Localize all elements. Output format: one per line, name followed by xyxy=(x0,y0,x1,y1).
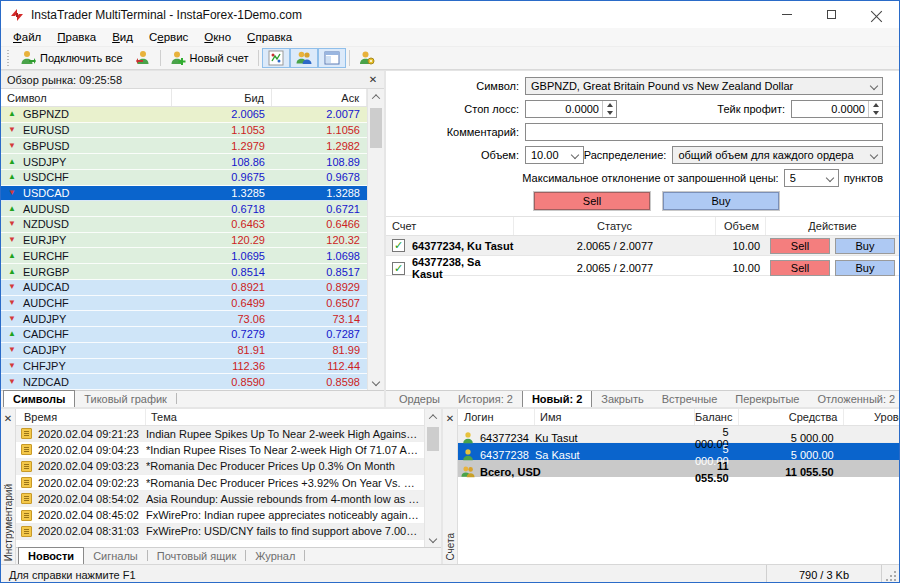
chevron-down-icon[interactable] xyxy=(567,147,583,163)
maximize-button[interactable] xyxy=(809,1,854,28)
toolbox-tab[interactable]: Журнал xyxy=(246,549,304,564)
column-symbol[interactable]: Символ xyxy=(1,89,172,106)
column-volume[interactable]: Объем xyxy=(716,217,766,235)
orders-tab[interactable]: Перекрытые xyxy=(726,392,808,407)
market-row[interactable]: ▼NZDUSD0.64630.6466 xyxy=(1,217,367,233)
distribution-select[interactable]: общий объем для каждого ордера xyxy=(672,146,883,164)
market-scrollbar[interactable] xyxy=(367,107,384,390)
toolbox-tab[interactable]: Сигналы xyxy=(84,549,147,564)
comment-input[interactable] xyxy=(525,123,883,141)
market-row[interactable]: ▲CADCHF0.72790.7287 xyxy=(1,327,367,343)
stepper-buttons[interactable] xyxy=(602,101,616,117)
scroll-thumb[interactable] xyxy=(427,427,439,451)
accounts-toggle[interactable] xyxy=(290,48,318,68)
market-watch-close-icon[interactable]: ✕ xyxy=(366,73,380,87)
scroll-up-icon[interactable] xyxy=(368,89,384,105)
market-row[interactable]: ▼AUDCHF0.64990.6507 xyxy=(1,296,367,312)
scroll-down-icon[interactable] xyxy=(425,531,441,547)
menu-item[interactable]: Файл xyxy=(5,29,49,45)
account-checkbox[interactable]: ✓ xyxy=(392,262,405,275)
toolbox-close-icon[interactable]: ✕ xyxy=(1,411,15,425)
account-checkbox[interactable]: ✓ xyxy=(392,239,405,252)
layout-toggle[interactable] xyxy=(318,48,346,68)
market-row[interactable]: ▼CADJPY81.9181.99 xyxy=(1,343,367,359)
column-balance[interactable]: Баланс xyxy=(695,409,739,425)
step-down-icon[interactable] xyxy=(873,111,879,115)
disconnect-all-button[interactable] xyxy=(129,48,157,68)
scroll-thumb[interactable] xyxy=(370,108,382,148)
news-scrollbar[interactable] xyxy=(424,426,441,547)
market-row[interactable]: ▼EURJPY120.29120.32 xyxy=(1,233,367,249)
toolbox-tab[interactable]: Новости xyxy=(18,547,84,564)
market-row[interactable]: ▲EURCHF1.06951.0698 xyxy=(1,248,367,264)
toolbar-grip[interactable] xyxy=(6,50,11,66)
market-tab[interactable]: Символы xyxy=(3,390,75,407)
stop-loss-stepper[interactable]: 0.0000 xyxy=(525,100,617,118)
column-name[interactable]: Имя xyxy=(535,409,695,425)
chevron-down-icon[interactable] xyxy=(822,170,838,186)
column-account[interactable]: Счет xyxy=(386,217,514,235)
news-row[interactable]: 2020.02.04 08:31:03FxWirePro: USD/CNY fa… xyxy=(16,524,424,540)
buy-button[interactable]: Buy xyxy=(835,260,895,276)
take-profit-stepper[interactable]: 0.0000 xyxy=(791,100,883,118)
scroll-up-icon[interactable] xyxy=(425,409,441,425)
orders-tab[interactable]: Ордеры xyxy=(390,392,449,407)
news-row[interactable]: 2020.02.04 09:03:23*Romania Dec Producer… xyxy=(16,459,424,475)
column-level[interactable]: Уровень xyxy=(844,409,899,425)
buy-button[interactable]: Buy xyxy=(835,238,895,254)
market-watch-toggle[interactable] xyxy=(262,48,290,68)
symbol-select[interactable]: GBPNZD, Great Britain Pound vs New Zeala… xyxy=(525,77,883,95)
menu-item[interactable]: Сервис xyxy=(141,29,196,45)
step-up-icon[interactable] xyxy=(873,103,879,107)
market-row[interactable]: ▲USDCHF0.96750.9678 xyxy=(1,170,367,186)
new-account-button[interactable]: Новый счет xyxy=(164,48,255,68)
orders-tab[interactable]: Встречные xyxy=(653,392,727,407)
minimize-button[interactable] xyxy=(764,1,809,28)
market-row[interactable]: ▼GBPUSD1.29791.2982 xyxy=(1,138,367,154)
column-status[interactable]: Статус xyxy=(514,217,716,235)
market-row[interactable]: ▼USDCAD1.32851.3288 xyxy=(1,186,367,202)
news-row[interactable]: 2020.02.04 08:45:02FxWirePro: Indian rup… xyxy=(16,507,424,523)
orders-tab[interactable]: Отложенный: 2 xyxy=(808,392,899,407)
account-row[interactable]: 64377238Sa Kasut5 000.005 000.00 xyxy=(458,443,899,460)
market-row[interactable]: ▲AUDUSD0.67180.6721 xyxy=(1,201,367,217)
market-row[interactable]: ▲USDJPY108.86108.89 xyxy=(1,154,367,170)
column-subject[interactable]: Тема xyxy=(146,409,424,425)
resize-grip[interactable] xyxy=(881,565,899,583)
toolbox-tab[interactable]: Почтовый ящик xyxy=(148,549,245,564)
close-button[interactable] xyxy=(854,1,899,28)
column-action[interactable]: Действие xyxy=(766,217,899,235)
market-row[interactable]: ▼AUDJPY73.0673.14 xyxy=(1,311,367,327)
column-ask[interactable]: Аск xyxy=(272,89,367,106)
orders-tab[interactable]: История: 2 xyxy=(449,392,522,407)
sell-button[interactable]: Sell xyxy=(770,238,830,254)
chevron-down-icon[interactable] xyxy=(866,78,882,94)
market-row[interactable]: ▲GBPNZD2.00652.0077 xyxy=(1,107,367,123)
deviation-select[interactable]: 5 xyxy=(784,169,839,187)
market-row[interactable]: ▲EURGBP0.85140.8517 xyxy=(1,264,367,280)
market-row[interactable]: ▼AUDCAD0.89210.8929 xyxy=(1,280,367,296)
news-row[interactable]: 2020.02.04 09:04:23*Indian Rupee Rises T… xyxy=(16,442,424,458)
orders-tab[interactable]: Закрыть xyxy=(592,392,652,407)
column-time[interactable]: Время xyxy=(16,409,146,425)
menu-item[interactable]: Вид xyxy=(104,29,141,45)
market-tab[interactable]: Тиковый график xyxy=(75,392,176,407)
column-login[interactable]: Логин xyxy=(458,409,535,425)
menu-item[interactable]: Справка xyxy=(239,29,300,45)
stepper-buttons[interactable] xyxy=(868,101,882,117)
news-row[interactable]: 2020.02.04 09:02:23*Romania Dec Producer… xyxy=(16,475,424,491)
accounts-close-icon[interactable]: ✕ xyxy=(443,411,457,425)
volume-select[interactable]: 10.00 xyxy=(525,146,584,164)
column-bid[interactable]: Бид xyxy=(172,89,272,106)
sell-all-button[interactable]: Sell xyxy=(534,192,650,210)
account-row[interactable]: 64377234Ku Tasut5 000.005 000.00 xyxy=(458,426,899,443)
menu-item[interactable]: Правка xyxy=(49,29,104,45)
step-up-icon[interactable] xyxy=(607,103,613,107)
connect-all-button[interactable]: Подключить все xyxy=(14,48,129,68)
news-row[interactable]: 2020.02.04 09:21:23Indian Rupee Spikes U… xyxy=(16,426,424,442)
scroll-down-icon[interactable] xyxy=(368,374,384,390)
orders-tab[interactable]: Новый: 2 xyxy=(522,390,592,407)
expert-settings-button[interactable] xyxy=(353,48,381,68)
menu-item[interactable]: Окно xyxy=(196,29,239,45)
market-row[interactable]: ▼NZDCAD0.85900.8598 xyxy=(1,374,367,390)
